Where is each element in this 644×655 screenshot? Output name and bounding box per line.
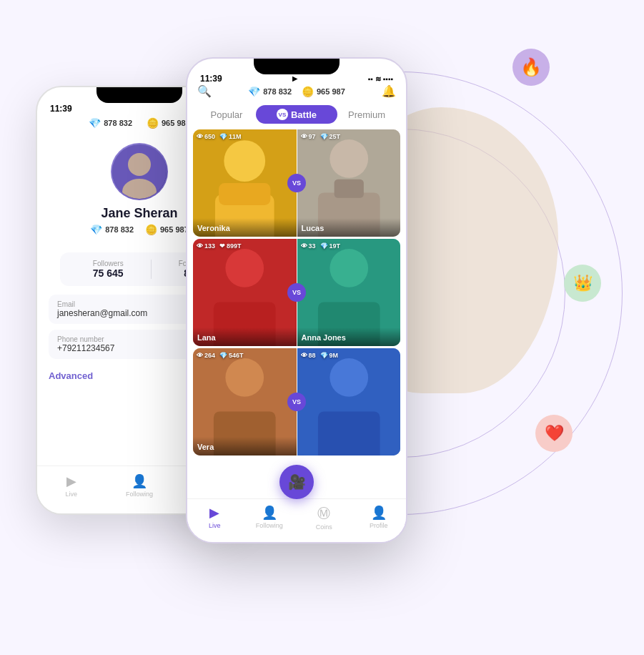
stream-anna[interactable]: 👁 33 💎 19T Anna Jones: [297, 239, 401, 346]
svg-point-15: [330, 249, 368, 287]
stream-veronika[interactable]: 👁 650 💎 11M Veronika: [193, 129, 297, 237]
back-time: 11:39: [50, 104, 72, 114]
front-status-icons: ▪▪ ≋ ▪▪▪▪: [368, 75, 393, 83]
lana-name: Lana: [197, 333, 216, 342]
followers-label: Followers: [66, 260, 151, 267]
front-nav-following-label: Following: [256, 522, 283, 529]
vera-stats: 👁 264 💎 546T: [197, 352, 244, 359]
front-header: 🔍 💎 878 832 🪙 965 987 🔔: [187, 82, 406, 102]
phones-container: 11:39 ▪▪ ≋ ▪▪▪ 💎 878 832 🪙 965 987: [36, 43, 407, 543]
stream-pair-1[interactable]: 👁 650 💎 11M Veronika VS: [193, 129, 400, 237]
svg-rect-22: [317, 411, 380, 455]
fire-icon: 🔥: [512, 49, 550, 86]
lucas-name: Lucas: [302, 224, 325, 232]
anna-stats: 👁 33 💎 19T: [301, 242, 341, 250]
stream-pair-2[interactable]: 👁 133 ❤ 899T Lana VS 👁 33: [193, 239, 400, 346]
lucas-overlay: Lucas: [297, 218, 401, 237]
front-nav-coins[interactable]: Ⓜ Coins: [297, 505, 352, 531]
front-bottom-nav: ▶ Live 👤 Following Ⓜ Coins 👤 Profile: [187, 498, 406, 542]
avatar-image: [112, 144, 167, 199]
vs-badge-2: VS: [287, 283, 306, 302]
svg-point-12: [225, 249, 264, 287]
front-currencies: 💎 878 832 🪙 965 987: [248, 86, 345, 97]
front-nav-following[interactable]: 👤 Following: [242, 505, 297, 531]
back-nav-following[interactable]: 👤 Following: [105, 473, 173, 499]
front-nav-live[interactable]: ▶ Live: [187, 505, 242, 531]
tab-popular[interactable]: Popular: [197, 107, 256, 123]
vs-badge-3: VS: [287, 393, 306, 411]
front-nav-live-label: Live: [209, 522, 221, 529]
bell-icon[interactable]: 🔔: [382, 84, 396, 98]
svg-point-4: [224, 140, 265, 182]
lana-stats: 👁 133 ❤ 899T: [197, 242, 242, 250]
user-coin: 🪙 965 987: [145, 224, 189, 235]
user-currencies: 💎 878 832 🪙 965 987: [90, 224, 189, 235]
svg-point-8: [330, 139, 368, 178]
tab-battle[interactable]: VS Battle: [256, 105, 337, 124]
live-phone: 11:39 ▶ ▪▪ ≋ ▪▪▪▪ 🔍 💎 878 832 🪙 965 987: [186, 57, 407, 543]
front-coin-badge: 🪙 965 987: [302, 86, 345, 97]
stream-vera[interactable]: 👁 264 💎 546T Vera: [193, 348, 297, 455]
back-nav-live[interactable]: ▶ Live: [37, 473, 105, 499]
svg-point-21: [330, 358, 368, 397]
crown-icon: 👑: [564, 265, 601, 302]
vera-name: Vera: [197, 443, 214, 451]
avatar-ring: [111, 143, 168, 200]
stream-pair-3[interactable]: 👁 264 💎 546T Vera VS 👁 88: [193, 348, 400, 455]
heart-icon: ❤️: [535, 415, 573, 452]
anna-name: Anna Jones: [302, 333, 346, 342]
anna-overlay: Anna Jones: [297, 328, 401, 346]
veronika-name: Veronika: [197, 224, 230, 232]
veronika-overlay: Veronika: [193, 218, 297, 237]
na-img: [297, 348, 401, 455]
back-coin-badge: 🪙 965 987: [147, 117, 190, 129]
vs-badge-1: VS: [287, 174, 306, 192]
streams-container: 👁 650 💎 11M Veronika VS: [187, 129, 406, 455]
followers-stat: Followers 75 645: [66, 260, 151, 279]
phone-front-notch: [254, 59, 340, 74]
svg-rect-6: [219, 183, 270, 205]
na-stats: 👁 88 💎 9M: [301, 352, 339, 359]
svg-rect-10: [334, 179, 363, 198]
user-name: Jane Sheran: [101, 206, 177, 221]
user-diamond: 💎 878 832: [90, 224, 134, 235]
back-diamond-badge: 💎 878 832: [89, 117, 132, 129]
fab-button[interactable]: 🎥: [279, 465, 314, 499]
stream-lana[interactable]: 👁 133 ❤ 899T Lana: [193, 239, 297, 346]
front-nav-profile-label: Profile: [370, 522, 388, 529]
back-coin-icon: 🪙: [147, 117, 159, 129]
front-nav-profile[interactable]: 👤 Profile: [352, 505, 407, 531]
svg-point-1: [128, 153, 151, 176]
svg-point-18: [225, 358, 264, 397]
vera-overlay: Vera: [193, 437, 297, 455]
front-nav-coins-label: Coins: [316, 523, 332, 531]
stream-lucas[interactable]: 👁 97 💎 25T Lucas: [297, 129, 401, 237]
front-diamond-badge: 💎 878 832: [248, 86, 292, 97]
veronika-stats: 👁 650 💎 11M: [197, 133, 242, 140]
avatar-svg: [112, 144, 167, 199]
lucas-stats: 👁 97 💎 25T: [301, 133, 341, 140]
tabs-row: Popular VS Battle Premium: [187, 102, 406, 129]
back-diamond-icon: 💎: [89, 117, 101, 129]
stream-na[interactable]: 👁 88 💎 9M: [297, 348, 401, 455]
front-time: 11:39: [200, 74, 222, 84]
lana-overlay: Lana: [193, 328, 297, 346]
phone-back-notch: [96, 87, 182, 103]
tab-premium[interactable]: Premium: [337, 107, 396, 123]
search-icon[interactable]: 🔍: [197, 84, 212, 98]
followers-value: 75 645: [66, 267, 151, 279]
